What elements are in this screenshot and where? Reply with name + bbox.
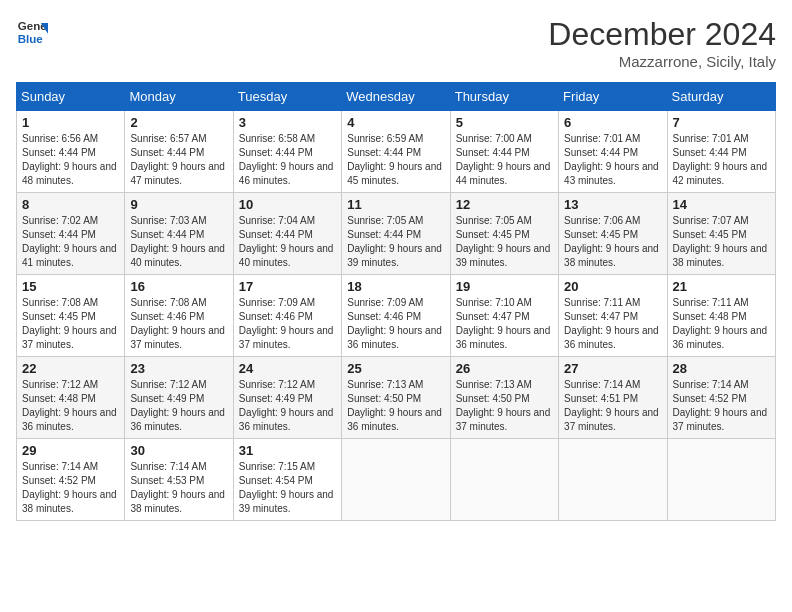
calendar-day-cell [559,439,667,521]
day-number: 15 [22,279,119,294]
day-info: Sunrise: 7:11 AMSunset: 4:47 PMDaylight:… [564,297,659,350]
day-info: Sunrise: 7:09 AMSunset: 4:46 PMDaylight:… [239,297,334,350]
day-number: 25 [347,361,444,376]
calendar-day-cell [450,439,558,521]
calendar-day-cell: 14 Sunrise: 7:07 AMSunset: 4:45 PMDaylig… [667,193,775,275]
day-info: Sunrise: 7:01 AMSunset: 4:44 PMDaylight:… [564,133,659,186]
day-info: Sunrise: 7:08 AMSunset: 4:46 PMDaylight:… [130,297,225,350]
day-number: 4 [347,115,444,130]
page-header: General Blue December 2024 Mazzarrone, S… [16,16,776,70]
day-info: Sunrise: 7:08 AMSunset: 4:45 PMDaylight:… [22,297,117,350]
calendar-table: SundayMondayTuesdayWednesdayThursdayFrid… [16,82,776,521]
day-number: 7 [673,115,770,130]
day-number: 18 [347,279,444,294]
calendar-day-cell: 13 Sunrise: 7:06 AMSunset: 4:45 PMDaylig… [559,193,667,275]
day-number: 26 [456,361,553,376]
calendar-header-row: SundayMondayTuesdayWednesdayThursdayFrid… [17,83,776,111]
day-info: Sunrise: 7:05 AMSunset: 4:44 PMDaylight:… [347,215,442,268]
weekday-header: Sunday [17,83,125,111]
day-info: Sunrise: 7:14 AMSunset: 4:53 PMDaylight:… [130,461,225,514]
calendar-day-cell: 2 Sunrise: 6:57 AMSunset: 4:44 PMDayligh… [125,111,233,193]
calendar-day-cell: 20 Sunrise: 7:11 AMSunset: 4:47 PMDaylig… [559,275,667,357]
calendar-day-cell: 23 Sunrise: 7:12 AMSunset: 4:49 PMDaylig… [125,357,233,439]
calendar-day-cell: 22 Sunrise: 7:12 AMSunset: 4:48 PMDaylig… [17,357,125,439]
day-info: Sunrise: 7:11 AMSunset: 4:48 PMDaylight:… [673,297,768,350]
calendar-day-cell: 6 Sunrise: 7:01 AMSunset: 4:44 PMDayligh… [559,111,667,193]
day-info: Sunrise: 7:14 AMSunset: 4:52 PMDaylight:… [673,379,768,432]
day-info: Sunrise: 6:56 AMSunset: 4:44 PMDaylight:… [22,133,117,186]
calendar-week-row: 29 Sunrise: 7:14 AMSunset: 4:52 PMDaylig… [17,439,776,521]
weekday-header: Friday [559,83,667,111]
day-info: Sunrise: 6:59 AMSunset: 4:44 PMDaylight:… [347,133,442,186]
calendar-week-row: 1 Sunrise: 6:56 AMSunset: 4:44 PMDayligh… [17,111,776,193]
calendar-day-cell: 7 Sunrise: 7:01 AMSunset: 4:44 PMDayligh… [667,111,775,193]
day-info: Sunrise: 7:00 AMSunset: 4:44 PMDaylight:… [456,133,551,186]
day-number: 22 [22,361,119,376]
day-info: Sunrise: 7:13 AMSunset: 4:50 PMDaylight:… [347,379,442,432]
day-number: 3 [239,115,336,130]
day-number: 14 [673,197,770,212]
title-area: December 2024 Mazzarrone, Sicily, Italy [548,16,776,70]
day-number: 28 [673,361,770,376]
day-number: 24 [239,361,336,376]
logo-icon: General Blue [16,16,48,48]
day-info: Sunrise: 7:02 AMSunset: 4:44 PMDaylight:… [22,215,117,268]
day-number: 16 [130,279,227,294]
calendar-day-cell: 8 Sunrise: 7:02 AMSunset: 4:44 PMDayligh… [17,193,125,275]
calendar-day-cell: 19 Sunrise: 7:10 AMSunset: 4:47 PMDaylig… [450,275,558,357]
weekday-header: Saturday [667,83,775,111]
calendar-day-cell: 28 Sunrise: 7:14 AMSunset: 4:52 PMDaylig… [667,357,775,439]
calendar-day-cell: 31 Sunrise: 7:15 AMSunset: 4:54 PMDaylig… [233,439,341,521]
day-info: Sunrise: 7:15 AMSunset: 4:54 PMDaylight:… [239,461,334,514]
calendar-day-cell: 12 Sunrise: 7:05 AMSunset: 4:45 PMDaylig… [450,193,558,275]
day-number: 6 [564,115,661,130]
day-info: Sunrise: 7:06 AMSunset: 4:45 PMDaylight:… [564,215,659,268]
calendar-day-cell: 10 Sunrise: 7:04 AMSunset: 4:44 PMDaylig… [233,193,341,275]
day-info: Sunrise: 7:07 AMSunset: 4:45 PMDaylight:… [673,215,768,268]
day-info: Sunrise: 7:12 AMSunset: 4:49 PMDaylight:… [130,379,225,432]
day-number: 23 [130,361,227,376]
day-number: 27 [564,361,661,376]
day-number: 5 [456,115,553,130]
calendar-day-cell: 9 Sunrise: 7:03 AMSunset: 4:44 PMDayligh… [125,193,233,275]
day-number: 20 [564,279,661,294]
location: Mazzarrone, Sicily, Italy [548,53,776,70]
calendar-week-row: 22 Sunrise: 7:12 AMSunset: 4:48 PMDaylig… [17,357,776,439]
day-number: 9 [130,197,227,212]
calendar-day-cell [342,439,450,521]
day-info: Sunrise: 7:09 AMSunset: 4:46 PMDaylight:… [347,297,442,350]
calendar-day-cell: 29 Sunrise: 7:14 AMSunset: 4:52 PMDaylig… [17,439,125,521]
logo: General Blue [16,16,48,48]
calendar-day-cell: 15 Sunrise: 7:08 AMSunset: 4:45 PMDaylig… [17,275,125,357]
day-number: 17 [239,279,336,294]
day-info: Sunrise: 7:10 AMSunset: 4:47 PMDaylight:… [456,297,551,350]
day-info: Sunrise: 6:58 AMSunset: 4:44 PMDaylight:… [239,133,334,186]
calendar-day-cell: 5 Sunrise: 7:00 AMSunset: 4:44 PMDayligh… [450,111,558,193]
calendar-day-cell: 18 Sunrise: 7:09 AMSunset: 4:46 PMDaylig… [342,275,450,357]
calendar-day-cell: 11 Sunrise: 7:05 AMSunset: 4:44 PMDaylig… [342,193,450,275]
day-number: 11 [347,197,444,212]
day-number: 1 [22,115,119,130]
day-number: 13 [564,197,661,212]
calendar-day-cell: 27 Sunrise: 7:14 AMSunset: 4:51 PMDaylig… [559,357,667,439]
day-info: Sunrise: 7:12 AMSunset: 4:48 PMDaylight:… [22,379,117,432]
calendar-day-cell: 17 Sunrise: 7:09 AMSunset: 4:46 PMDaylig… [233,275,341,357]
calendar-day-cell: 1 Sunrise: 6:56 AMSunset: 4:44 PMDayligh… [17,111,125,193]
calendar-week-row: 8 Sunrise: 7:02 AMSunset: 4:44 PMDayligh… [17,193,776,275]
calendar-day-cell: 16 Sunrise: 7:08 AMSunset: 4:46 PMDaylig… [125,275,233,357]
svg-text:Blue: Blue [18,33,44,45]
day-info: Sunrise: 6:57 AMSunset: 4:44 PMDaylight:… [130,133,225,186]
day-info: Sunrise: 7:12 AMSunset: 4:49 PMDaylight:… [239,379,334,432]
day-number: 10 [239,197,336,212]
calendar-day-cell: 21 Sunrise: 7:11 AMSunset: 4:48 PMDaylig… [667,275,775,357]
calendar-day-cell: 4 Sunrise: 6:59 AMSunset: 4:44 PMDayligh… [342,111,450,193]
day-info: Sunrise: 7:05 AMSunset: 4:45 PMDaylight:… [456,215,551,268]
weekday-header: Tuesday [233,83,341,111]
calendar-day-cell: 25 Sunrise: 7:13 AMSunset: 4:50 PMDaylig… [342,357,450,439]
day-number: 19 [456,279,553,294]
calendar-day-cell: 26 Sunrise: 7:13 AMSunset: 4:50 PMDaylig… [450,357,558,439]
day-info: Sunrise: 7:04 AMSunset: 4:44 PMDaylight:… [239,215,334,268]
day-number: 31 [239,443,336,458]
month-title: December 2024 [548,16,776,53]
day-number: 21 [673,279,770,294]
